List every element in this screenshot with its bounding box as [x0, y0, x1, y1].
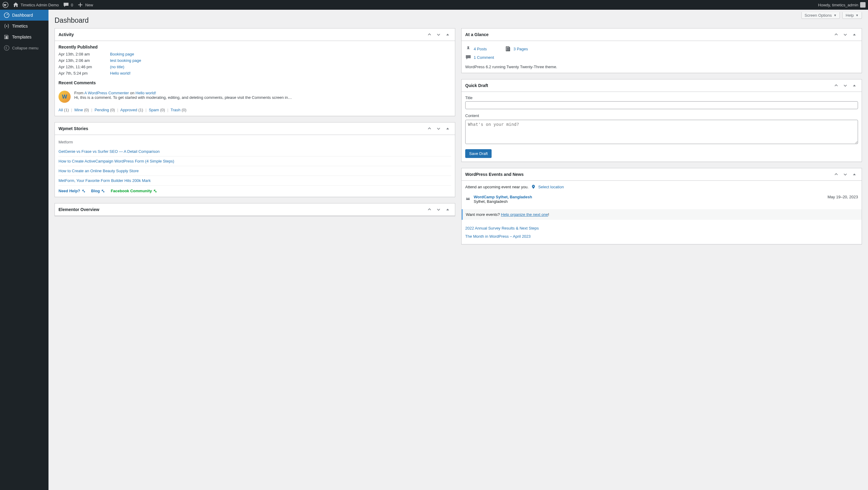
dashboard-icon — [4, 12, 10, 18]
published-date: Apr 13th, 2:06 am — [59, 58, 104, 63]
elementor-box: Elementor Overview — [55, 203, 455, 216]
chevron-up-icon — [833, 172, 839, 177]
blog-link[interactable]: Blog — [91, 189, 105, 193]
move-up-button[interactable] — [833, 82, 840, 89]
comments-count: 0 — [71, 3, 73, 7]
comment-text: Hi, this is a comment. To get started wi… — [74, 95, 451, 100]
published-link[interactable]: Booking page — [110, 52, 134, 56]
move-up-button[interactable] — [426, 206, 433, 213]
comment-filters: All (1) | Mine (0) | Pending (0) | Appro… — [59, 106, 451, 112]
new-link[interactable]: New — [77, 2, 93, 8]
draft-title-input[interactable] — [465, 101, 858, 109]
screen-options-button[interactable]: Screen Options ▼ — [801, 12, 840, 19]
chevron-up-icon — [427, 207, 432, 212]
wp-logo[interactable] — [2, 2, 8, 8]
published-link[interactable]: (no title) — [110, 65, 124, 69]
external-link-icon — [153, 189, 157, 193]
menu-label: Collapse menu — [12, 46, 38, 50]
news-link[interactable]: The Month in WordPress – April 2023 — [465, 234, 531, 239]
chevron-up-icon — [833, 32, 839, 37]
home-icon — [13, 2, 19, 8]
triangle-up-icon — [851, 172, 857, 177]
menu-dashboard[interactable]: Dashboard — [0, 10, 49, 21]
story-link[interactable]: How to Create an Online Beauty Supply St… — [59, 169, 138, 173]
menu-label: Templates — [12, 35, 32, 39]
activity-box: Activity Recently Published Apr 13th, 2:… — [55, 28, 455, 116]
move-down-button[interactable] — [435, 206, 442, 213]
comment-post-link[interactable]: Hello world! — [135, 91, 156, 95]
at-a-glance-box: At a Glance 4 Posts — [461, 28, 862, 73]
news-link[interactable]: 2022 Annual Survey Results & Next Steps — [465, 226, 539, 230]
comment-author-link[interactable]: A WordPress Commenter — [84, 91, 129, 95]
facebook-community-link[interactable]: Facebook Community — [111, 189, 157, 193]
comments-link[interactable]: 1 Comment — [474, 55, 494, 60]
move-up-button[interactable] — [426, 31, 433, 38]
menu-templates[interactable]: Templates — [0, 32, 49, 42]
posts-link[interactable]: 4 Posts — [474, 47, 487, 51]
recently-published-heading: Recently Published — [59, 45, 451, 50]
filter-all[interactable]: All — [59, 108, 63, 112]
move-up-button[interactable] — [426, 125, 433, 132]
wordpress-icon — [2, 2, 8, 8]
recent-comments-heading: Recent Comments — [59, 80, 451, 85]
pin-icon — [465, 46, 471, 52]
want-more-banner: Want more events? Help organize the next… — [462, 209, 862, 220]
story-link[interactable]: How to Create ActiveCampaign WordPress F… — [59, 159, 174, 164]
save-draft-button[interactable]: Save Draft — [465, 149, 492, 158]
account-link[interactable]: Howdy, timetics_admin — [818, 2, 866, 7]
wpmet-stories-box: Wpmet Stories Metform GetGenie vs Frase … — [55, 122, 455, 197]
svg-point-3 — [4, 46, 9, 50]
move-up-button[interactable] — [833, 31, 840, 38]
move-down-button[interactable] — [842, 31, 849, 38]
event-location: Sylhet, Bangladesh — [474, 199, 825, 204]
draft-content-textarea[interactable] — [465, 120, 858, 144]
move-down-button[interactable] — [435, 31, 442, 38]
chevron-up-icon — [833, 83, 839, 88]
toggle-button[interactable] — [444, 125, 451, 132]
menu-timetics[interactable]: Timetics — [0, 21, 49, 32]
svg-point-2 — [6, 26, 7, 27]
toggle-button[interactable] — [851, 31, 858, 38]
glance-title: At a Glance — [465, 32, 489, 37]
filter-trash[interactable]: Trash — [170, 108, 181, 112]
move-up-button[interactable] — [833, 171, 840, 178]
filter-spam[interactable]: Spam — [149, 108, 159, 112]
toggle-button[interactable] — [444, 206, 451, 213]
want-more-prefix: Want more events? — [466, 212, 501, 217]
event-name-link[interactable]: WordCamp Sylhet, Bangladesh — [474, 195, 532, 199]
published-link[interactable]: Hello world! — [110, 71, 131, 76]
toggle-button[interactable] — [851, 171, 858, 178]
move-down-button[interactable] — [842, 82, 849, 89]
new-label: New — [85, 3, 93, 7]
toggle-button[interactable] — [851, 82, 858, 89]
select-location-link[interactable]: Select location — [538, 185, 564, 189]
activity-title: Activity — [59, 32, 74, 37]
site-link[interactable]: Timetics Admin Demo — [13, 2, 59, 8]
help-button[interactable]: Help ▼ — [842, 12, 862, 19]
howdy-text: Howdy, timetics_admin — [818, 3, 858, 7]
chevron-up-icon — [427, 32, 432, 37]
filter-mine[interactable]: Mine — [74, 108, 83, 112]
story-link[interactable]: MetForm, Your Favorite Form Builder Hits… — [59, 178, 151, 183]
move-down-button[interactable] — [435, 125, 442, 132]
toggle-button[interactable] — [444, 31, 451, 38]
location-icon — [531, 184, 536, 189]
organize-link[interactable]: Help organize the next one — [501, 212, 548, 217]
published-row: Apr 12th, 11:46 pm (no title) — [59, 65, 451, 69]
chevron-down-icon — [842, 172, 848, 177]
quick-draft-title: Quick Draft — [465, 83, 488, 88]
pages-link[interactable]: 3 Pages — [514, 47, 528, 51]
comment-from: From — [74, 91, 83, 95]
story-link[interactable]: GetGenie vs Frase vs Surfer SEO — A Deta… — [59, 149, 160, 154]
quick-draft-box: Quick Draft Title Content — [461, 79, 862, 162]
wordcamp-icon — [465, 195, 471, 201]
filter-approved[interactable]: Approved — [120, 108, 137, 112]
filter-pending[interactable]: Pending — [95, 108, 109, 112]
need-help-link[interactable]: Need Help? — [59, 189, 86, 193]
menu-collapse[interactable]: Collapse menu — [0, 42, 49, 53]
chevron-down-icon — [436, 207, 441, 212]
comments-link[interactable]: 0 — [63, 2, 73, 8]
published-link[interactable]: test booking page — [110, 58, 141, 63]
content-label: Content — [465, 113, 858, 118]
move-down-button[interactable] — [842, 171, 849, 178]
